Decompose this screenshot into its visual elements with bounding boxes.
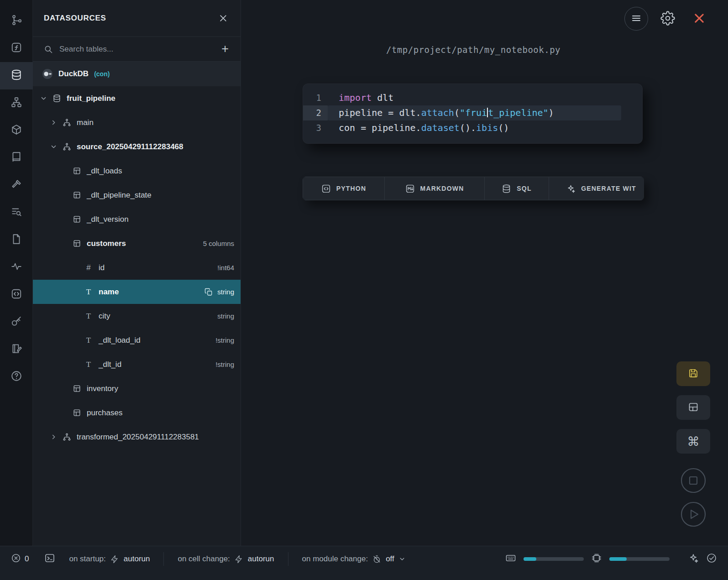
lightning-icon (110, 555, 119, 564)
schema-icon (61, 433, 72, 441)
line-number: 3 (303, 120, 328, 136)
row-meta: !string (215, 361, 234, 368)
text-icon: T (83, 360, 94, 369)
on-module-change-setting[interactable]: on module change: off (288, 552, 419, 566)
row-label: customers (87, 239, 126, 248)
row-label: id (99, 263, 105, 272)
tree-row[interactable]: #id!int64 (33, 256, 241, 280)
tree-row[interactable]: source_202504291112283468 (33, 135, 241, 159)
rail-item-function[interactable] (0, 35, 33, 62)
add-cell-row: PYTHONMARKDOWNSQLGENERATE WIT (303, 177, 644, 200)
code-cell[interactable]: 1import dlt2pipeline = dlt.attach("fruit… (303, 84, 643, 144)
rail-item-snippets[interactable] (0, 281, 33, 308)
keyboard-icon[interactable] (505, 553, 516, 566)
check-circle-icon[interactable] (706, 553, 717, 566)
file-icon (10, 233, 22, 247)
rail-item-graph[interactable] (0, 89, 33, 117)
chevron-down-icon[interactable] (40, 95, 51, 102)
tree-row[interactable]: transformed_202504291112283581 (33, 425, 241, 449)
database-icon (51, 94, 62, 103)
row-label: _dlt_version (87, 215, 129, 224)
close-app-button[interactable] (687, 7, 711, 31)
chevron-right-icon[interactable] (50, 119, 61, 126)
tree-row[interactable]: customers5 columns (33, 231, 241, 256)
rail-item-package[interactable] (0, 117, 33, 144)
menu-button[interactable] (624, 7, 648, 31)
row-label: name (99, 287, 119, 297)
sparkles-icon[interactable] (688, 553, 699, 566)
panel-header: DATASOURCES (33, 0, 241, 37)
tree-row[interactable]: T_dlt_id!string (33, 352, 241, 376)
rail-item-docs[interactable] (0, 144, 33, 172)
row-meta: !int64 (217, 264, 234, 272)
add-cell-python-button[interactable]: PYTHON (303, 177, 385, 200)
rail-item-datasources[interactable] (0, 62, 33, 89)
line-number: 1 (303, 90, 328, 105)
on-cell-change-setting[interactable]: on cell change: autorun (163, 552, 288, 566)
tree-row[interactable]: _dlt_version (33, 207, 241, 231)
slider-fill (524, 557, 536, 561)
search-input[interactable] (59, 45, 212, 54)
connection-row[interactable]: DuckDB (con) (33, 62, 241, 86)
add-cell-markdown-button[interactable]: MARKDOWN (384, 177, 485, 200)
rail-item-search-list[interactable] (0, 199, 33, 226)
play-icon (680, 501, 707, 529)
schema-icon (61, 142, 72, 151)
tree-row[interactable]: T_dlt_load_id!string (33, 328, 241, 352)
code-lines: 1import dlt2pipeline = dlt.attach("fruit… (303, 90, 642, 136)
row-meta: string (217, 288, 234, 296)
add-table-button[interactable]: + (219, 43, 231, 55)
add-cell-sql-button[interactable]: SQL (484, 177, 549, 200)
row-label: source_202504291112283468 (77, 142, 183, 152)
tree-row[interactable]: main (33, 110, 241, 135)
tree-row[interactable]: _dlt_loads (33, 159, 241, 183)
scratchpad-icon (10, 343, 22, 356)
code-icon (321, 184, 331, 193)
chevron-down-icon[interactable] (50, 143, 61, 150)
error-indicator[interactable]: 0 (11, 553, 29, 565)
slider-fill (609, 557, 627, 561)
rail-item-secrets[interactable] (0, 308, 33, 336)
rail-item-scratchpad[interactable] (0, 336, 33, 363)
tree-row[interactable]: Tcitystring (33, 304, 241, 328)
tree-row[interactable]: fruit_pipeline (33, 86, 241, 110)
on-startup-setting[interactable]: on startup: autorun (55, 552, 163, 566)
chip-icon[interactable] (591, 553, 602, 566)
snippets-icon (10, 288, 22, 302)
text-icon: T (83, 336, 94, 345)
row-label: inventory (87, 384, 118, 393)
rail-item-build[interactable] (0, 172, 33, 199)
rail-item-file[interactable] (0, 226, 33, 254)
chevron-right-icon[interactable] (50, 434, 61, 440)
copy-icon[interactable] (204, 288, 213, 296)
terminal-button[interactable] (44, 553, 55, 566)
stop-button[interactable] (680, 468, 707, 494)
rail-item-activity[interactable] (0, 254, 33, 281)
save-button[interactable] (676, 361, 710, 386)
app-window: DATASOURCES + DuckDB (con) fruit_pipelin… (0, 0, 728, 580)
row-label: main (77, 118, 94, 127)
function-icon (10, 42, 22, 55)
code-line[interactable]: 1import dlt (303, 90, 642, 105)
rail-item-workflow-tree[interactable] (0, 7, 33, 35)
tree-row[interactable]: Tnamestring (33, 280, 241, 304)
run-button[interactable] (680, 502, 707, 528)
status-slider-right[interactable] (609, 557, 670, 561)
tree-row[interactable]: purchases (33, 401, 241, 425)
status-slider-left[interactable] (524, 557, 584, 561)
tree-row[interactable]: _dlt_pipeline_state (33, 183, 241, 207)
rail-item-help[interactable] (0, 363, 33, 391)
row-label: transformed_202504291112283581 (77, 433, 199, 442)
close-panel-icon[interactable] (219, 14, 228, 23)
code-line[interactable]: 3con = pipeline.dataset().ibis() (303, 120, 642, 136)
error-circle-icon (11, 553, 21, 565)
settings-button[interactable] (656, 7, 680, 31)
datasource-tree: fruit_pipelinemainsource_202504291112283… (33, 86, 241, 449)
tree-row[interactable]: inventory (33, 376, 241, 401)
layout-button[interactable] (676, 395, 710, 420)
graph-icon (10, 96, 22, 110)
code-line[interactable]: 2pipeline = dlt.attach("fruit_pipeline") (303, 105, 642, 120)
add-cell-generate-wit-button[interactable]: GENERATE WIT (549, 177, 644, 200)
command-palette-button[interactable]: ⌘ (676, 429, 710, 454)
help-icon (10, 370, 22, 384)
